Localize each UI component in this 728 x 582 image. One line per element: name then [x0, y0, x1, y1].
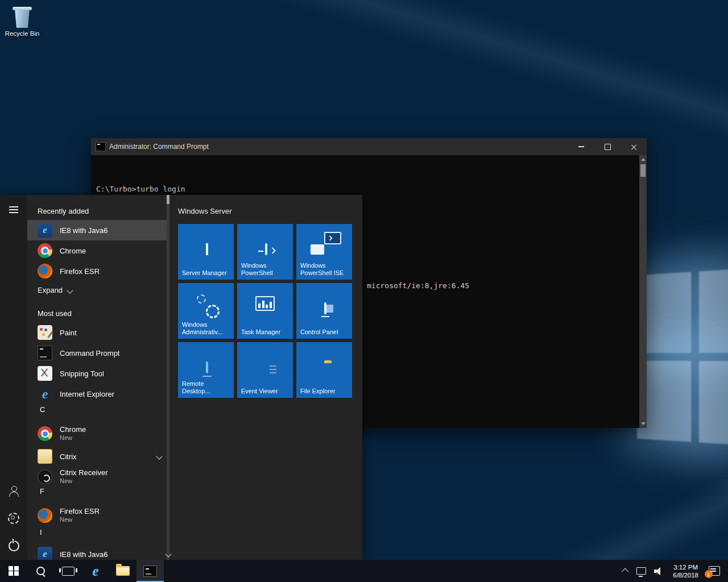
most-used-header: Most used [38, 309, 72, 318]
letter-group-c[interactable]: C [40, 405, 45, 414]
taskbar-command-prompt[interactable] [136, 560, 164, 582]
ie8-java6-icon: e [38, 223, 52, 238]
search-icon [36, 566, 46, 576]
task-manager-icon [255, 296, 275, 311]
user-account-button[interactable] [0, 480, 27, 502]
console-line-fragment: microsoft/ie:8,jre:6.45 [367, 281, 469, 290]
citrix-icon [38, 449, 52, 464]
tile-file-explorer[interactable]: File Explorer [296, 342, 352, 398]
start-item-chrome[interactable]: Chrome [27, 240, 169, 261]
task-view-button[interactable] [55, 560, 82, 582]
start-item-internet-explorer[interactable]: e Internet Explorer [27, 384, 169, 404]
chevron-down-icon [67, 287, 73, 293]
letter-group-i[interactable]: I [40, 528, 42, 537]
desktop: Recycle Bin Administrator: Command Promp… [0, 0, 728, 582]
taskbar-internet-explorer[interactable]: e [82, 560, 109, 582]
server-manager-icon [206, 243, 208, 255]
command-prompt-icon [143, 566, 157, 577]
paint-icon [38, 325, 52, 340]
system-tray: ✕ 3:12 PM 6/8/2018 1 [619, 560, 728, 582]
chevron-down-icon [156, 453, 162, 459]
start-button[interactable] [0, 560, 27, 582]
console-line: C:\Turbo>turbo login [96, 185, 647, 194]
notification-badge: 1 [705, 570, 713, 578]
start-item-ie8-with-java6-bottom[interactable]: e IE8 with Java6 [27, 544, 169, 560]
firefox-icon [38, 508, 52, 523]
tile-group-title[interactable]: Windows Server [178, 207, 232, 215]
minimize-button[interactable] [568, 138, 594, 155]
user-icon [9, 486, 19, 496]
recycle-bin-label: Recycle Bin [2, 30, 42, 37]
power-button[interactable] [0, 534, 27, 557]
letter-group-f[interactable]: F [40, 487, 44, 496]
recycle-bin-icon [13, 5, 32, 28]
tray-clock[interactable]: 3:12 PM 6/8/2018 [667, 563, 704, 579]
search-button[interactable] [27, 560, 55, 582]
internet-explorer-icon: e [92, 564, 98, 578]
tile-windows-powershell-ise[interactable]: Windows PowerShell ISE [296, 224, 352, 280]
internet-explorer-icon: e [38, 386, 52, 401]
remote-desktop-icon [206, 361, 208, 373]
gear-icon [8, 513, 19, 524]
start-item-citrix[interactable]: Citrix [27, 446, 169, 467]
close-button[interactable] [621, 138, 647, 155]
speaker-icon: ✕ [654, 567, 663, 575]
windows-logo-icon [9, 566, 19, 576]
power-icon [9, 541, 19, 551]
chrome-icon [38, 243, 52, 258]
network-icon [636, 567, 646, 575]
hamburger-icon [9, 206, 18, 213]
cmd-scrollbar[interactable] [639, 155, 647, 428]
tile-server-manager[interactable]: Server Manager [178, 224, 234, 280]
tray-volume[interactable]: ✕ [650, 560, 667, 582]
start-app-list: Recently added e IE8 with Java6 Chrome F… [27, 195, 169, 560]
taskbar-file-explorer[interactable] [109, 560, 136, 582]
tile-remote-desktop[interactable]: Remote Desktop... [178, 342, 234, 398]
tile-windows-administrative-tools[interactable]: Windows Administrativ... [178, 283, 234, 339]
windows-logo-glow [637, 268, 728, 446]
tile-windows-powershell[interactable]: Windows PowerShell [237, 224, 293, 280]
start-item-citrix-receiver[interactable]: Citrix ReceiverNew [27, 464, 169, 489]
start-item-firefox-esr-new[interactable]: Firefox ESRNew [27, 503, 169, 528]
ie8-java6-icon: e [38, 547, 52, 560]
citrix-receiver-icon [38, 469, 52, 484]
chrome-icon [38, 426, 52, 441]
mute-x-icon: ✕ [656, 571, 660, 576]
clock-time: 3:12 PM [673, 563, 698, 571]
start-tile-pane: Windows Server Server Manager Windows Po… [169, 195, 362, 560]
scroll-up-icon[interactable] [641, 158, 646, 161]
settings-button[interactable] [0, 507, 27, 530]
tile-task-manager[interactable]: Task Manager [237, 283, 293, 339]
start-menu-rail [0, 195, 27, 560]
start-item-ie8-with-java6[interactable]: e IE8 with Java6 [27, 220, 169, 240]
action-center-button[interactable]: 1 [709, 566, 720, 576]
firefox-icon [38, 264, 52, 278]
folder-icon [116, 566, 130, 576]
cmd-title-bar[interactable]: Administrator: Command Prompt [91, 138, 647, 155]
clock-date: 6/8/2018 [673, 571, 698, 579]
expand-control[interactable]: Expand [38, 286, 72, 294]
tile-control-panel[interactable]: Control Panel [296, 283, 352, 339]
start-item-snipping-tool[interactable]: Snipping Tool [27, 363, 169, 384]
start-item-chrome-new[interactable]: ChromeNew [27, 421, 169, 446]
start-menu: Recently added e IE8 with Java6 Chrome F… [0, 195, 362, 560]
recycle-bin[interactable]: Recycle Bin [2, 5, 42, 37]
cmd-app-icon [96, 142, 106, 151]
snipping-tool-icon [38, 366, 52, 381]
control-panel-icon [324, 302, 326, 314]
powershell-icon [265, 243, 267, 255]
chevron-up-icon [622, 568, 629, 576]
command-prompt-icon [38, 346, 52, 360]
start-item-firefox-esr[interactable]: Firefox ESR [27, 261, 169, 281]
hamburger-menu-button[interactable] [0, 198, 27, 221]
start-item-paint[interactable]: Paint [27, 322, 169, 343]
tray-network[interactable] [632, 560, 650, 582]
tray-show-hidden-icons[interactable] [619, 560, 632, 582]
scrollbar-thumb[interactable] [640, 164, 646, 177]
maximize-button[interactable] [594, 138, 621, 155]
cmd-window-title: Administrator: Command Prompt [109, 143, 568, 151]
tile-event-viewer[interactable]: Event Viewer [237, 342, 293, 398]
scroll-down-icon[interactable] [641, 422, 646, 425]
recently-added-header: Recently added [38, 207, 89, 215]
start-item-command-prompt[interactable]: Command Prompt [27, 343, 169, 363]
